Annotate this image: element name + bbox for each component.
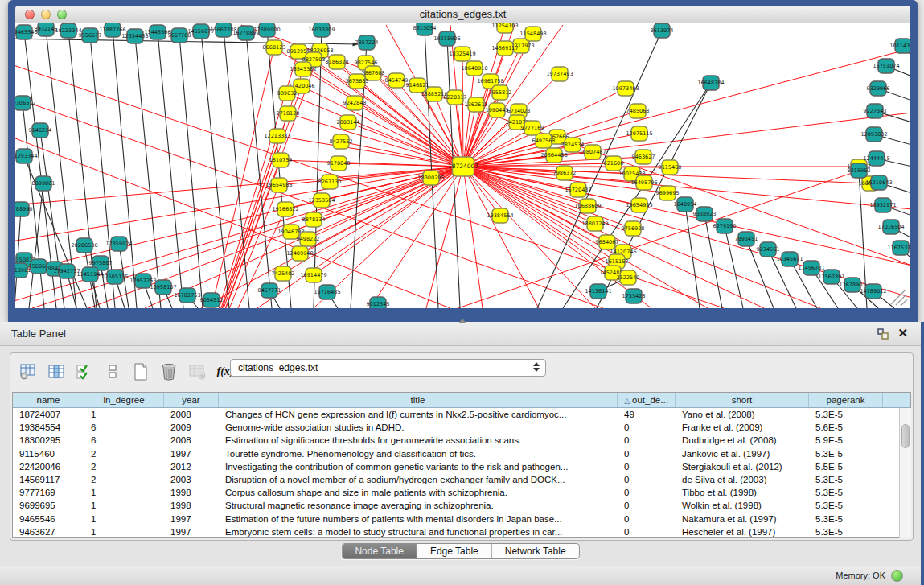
column-header-out_de[interactable]: △out_de... bbox=[618, 393, 676, 407]
row-height-icon[interactable] bbox=[103, 362, 122, 381]
node-label: 8454749 bbox=[385, 77, 409, 84]
table-row[interactable]: 2242004622012Investigating the contribut… bbox=[13, 460, 910, 473]
table-cell: 9115460 bbox=[13, 447, 84, 460]
node-label: 11887766 bbox=[99, 27, 125, 33]
tab-network-table[interactable]: Network Table bbox=[492, 544, 579, 558]
table-row[interactable]: 977716911998Corpus callosum shape and si… bbox=[13, 486, 910, 499]
citation-edge-red[interactable] bbox=[370, 167, 463, 308]
column-header-pagerank[interactable]: pagerank bbox=[809, 393, 883, 407]
node-table-container: f(x) citations_edges.txt namein_degreeye… bbox=[10, 352, 914, 541]
table-row[interactable]: 1456911722003Disruption of a novel membe… bbox=[13, 473, 910, 486]
citation-edge[interactable] bbox=[158, 32, 183, 308]
citation-edge-red[interactable] bbox=[277, 136, 463, 167]
trash-icon[interactable] bbox=[159, 362, 179, 381]
table-row[interactable]: 969969511998Structural magnetic resonanc… bbox=[13, 499, 910, 512]
citation-edge-red[interactable] bbox=[463, 167, 651, 308]
node-label: 9146224 bbox=[29, 127, 52, 134]
sort-ascending-icon: △ bbox=[624, 397, 630, 405]
column-header-year[interactable]: year bbox=[164, 393, 219, 407]
table-scrollbar-thumb[interactable] bbox=[901, 424, 910, 448]
table-cell: 1998 bbox=[164, 499, 219, 512]
column-header-short[interactable]: short bbox=[676, 393, 809, 407]
node-label: 12567891 bbox=[818, 274, 844, 280]
table-cell: Genome-wide association studies in ADHD. bbox=[219, 421, 618, 434]
citation-edge-red[interactable] bbox=[287, 93, 463, 167]
table-cell: 5.3E-5 bbox=[809, 473, 883, 486]
column-header-name[interactable]: name bbox=[13, 393, 84, 407]
float-panel-icon[interactable] bbox=[877, 328, 889, 340]
node-label: 8215953 bbox=[848, 167, 871, 174]
citation-edge-red[interactable] bbox=[355, 103, 463, 167]
table-cell: Dudbridge et al. (2008) bbox=[676, 434, 809, 447]
node-label: 9777169 bbox=[521, 125, 544, 131]
citation-edge[interactable] bbox=[24, 156, 87, 308]
node-label: 17016504 bbox=[877, 224, 904, 230]
show-columns-icon[interactable] bbox=[47, 362, 66, 381]
window-titlebar[interactable]: citations_edges.txt bbox=[15, 6, 910, 23]
table-cell: 18300295 bbox=[13, 434, 84, 447]
column-header-title[interactable]: title bbox=[219, 393, 618, 407]
new-table-icon[interactable] bbox=[131, 362, 150, 381]
table-select-value: citations_edges.txt bbox=[238, 362, 318, 373]
table-row[interactable]: 1938455462009Genome-wide association stu… bbox=[13, 421, 910, 434]
citation-edge[interactable] bbox=[179, 35, 203, 308]
node-label: 9329966 bbox=[867, 85, 890, 92]
table-cell: Estimation of significance thresholds fo… bbox=[219, 434, 618, 447]
node-label: 10345671 bbox=[776, 256, 803, 262]
table-row[interactable]: 946554611997Estimation of the future num… bbox=[13, 513, 910, 525]
table-row[interactable]: 911546021997Tourette syndrome. Phenomeno… bbox=[13, 447, 910, 460]
node-label: 8267130 bbox=[318, 179, 342, 185]
tab-node-table[interactable]: Node Table bbox=[342, 544, 417, 558]
delete-table-disabled-icon bbox=[187, 362, 207, 381]
column-header-in_degree[interactable]: in_degree bbox=[84, 393, 164, 407]
node-label: 12409948 bbox=[286, 250, 313, 257]
citation-edge-red[interactable] bbox=[185, 47, 274, 308]
table-cell: 9465546 bbox=[13, 513, 84, 525]
table-row[interactable]: 1872400712008Changes of HCN gene express… bbox=[13, 408, 910, 421]
table-cell: 2 bbox=[84, 473, 164, 486]
table-cell: 2003 bbox=[164, 473, 219, 486]
desktop-edge bbox=[921, 322, 924, 585]
citation-edge[interactable] bbox=[40, 130, 64, 308]
citation-edge[interactable] bbox=[201, 31, 229, 308]
node-label: 8899001 bbox=[32, 180, 55, 187]
node-label: 8932145 bbox=[35, 26, 58, 32]
node-label: 2718120 bbox=[277, 110, 300, 117]
table-cell: 2008 bbox=[164, 434, 219, 447]
table-cell: 2009 bbox=[164, 421, 219, 434]
table-row[interactable]: 946362711997Embryonic stem cells: a mode… bbox=[13, 525, 910, 538]
table-row[interactable]: 1830029562008Estimation of significance … bbox=[13, 434, 910, 447]
table-cell: 2008 bbox=[164, 408, 219, 421]
node-label: 18724007 bbox=[448, 163, 478, 170]
network-canvas[interactable]: 8660123891295518226058982750381863289827… bbox=[15, 23, 910, 308]
table-cell: 5.3E-5 bbox=[809, 408, 883, 421]
node-label: 7857224 bbox=[355, 39, 379, 46]
table-scrollbar[interactable] bbox=[899, 408, 911, 538]
node-label: 9338923 bbox=[693, 211, 717, 217]
table-settings-icon[interactable] bbox=[18, 362, 38, 381]
table-type-tabs: Node TableEdge TableNetwork Table bbox=[341, 543, 579, 559]
node-label: 6497568 bbox=[532, 138, 556, 144]
node-label: 10958107 bbox=[150, 284, 176, 290]
tab-edge-table[interactable]: Edge Table bbox=[417, 544, 492, 558]
citation-edge[interactable] bbox=[135, 36, 161, 308]
citation-network-graph[interactable]: 8660123891295518226058982750381863289827… bbox=[15, 23, 910, 308]
citation-edge[interactable] bbox=[29, 183, 43, 308]
splitpane-handle[interactable] bbox=[458, 319, 466, 323]
resize-grip-icon[interactable] bbox=[896, 295, 906, 305]
citation-edge-red[interactable] bbox=[288, 113, 463, 167]
close-panel-icon[interactable]: ✕ bbox=[897, 326, 908, 340]
table-cell: Tibbo et al. (1998) bbox=[676, 486, 809, 499]
select-columns-icon[interactable] bbox=[75, 362, 94, 381]
node-label: 1362615 bbox=[465, 101, 488, 108]
node-label: 7788990 bbox=[15, 206, 32, 212]
table-select-dropdown[interactable]: citations_edges.txt bbox=[230, 359, 546, 377]
node-label: 14569117 bbox=[491, 45, 518, 51]
node-label: 7425402 bbox=[272, 270, 295, 277]
citation-edge[interactable] bbox=[425, 28, 438, 308]
citation-edge-red[interactable] bbox=[463, 167, 539, 308]
node-label: 11675312 bbox=[887, 245, 910, 251]
resize-grip-icon[interactable] bbox=[901, 299, 907, 306]
citation-edge[interactable] bbox=[113, 30, 137, 308]
node-label: 6734023 bbox=[507, 108, 531, 114]
